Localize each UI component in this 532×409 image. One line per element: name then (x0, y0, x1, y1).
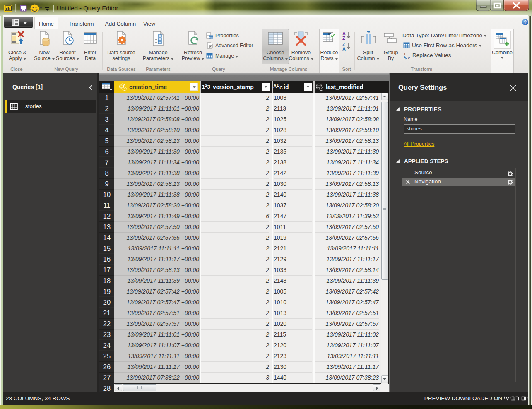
svg-text:2: 2 (408, 55, 410, 60)
svg-text:1: 1 (404, 51, 406, 56)
svg-text:Z: Z (342, 36, 345, 41)
